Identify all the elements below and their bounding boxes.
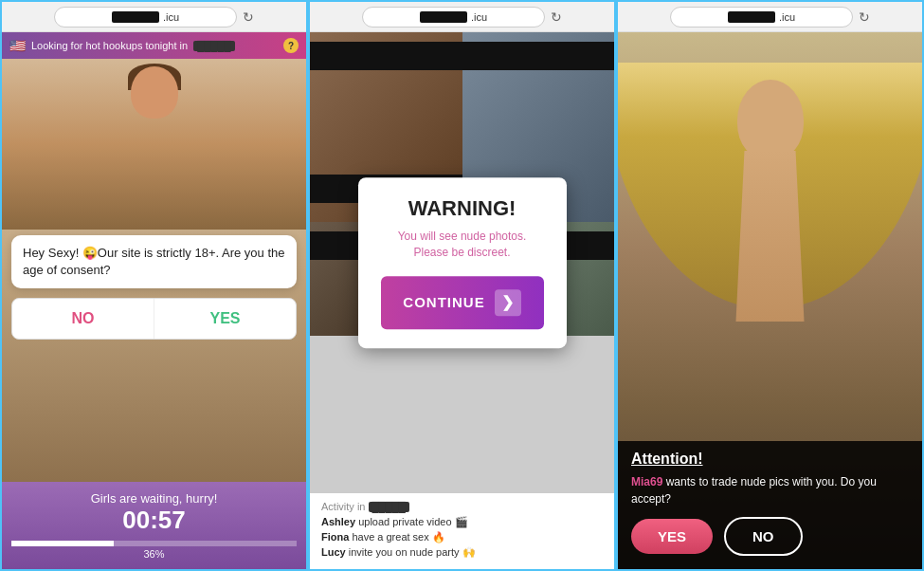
url-redacted-2 bbox=[420, 11, 467, 23]
yes-no-container: NO YES bbox=[11, 298, 297, 340]
warning-subtitle: You will see nude photos. Please be disc… bbox=[381, 229, 544, 261]
panel1-background: 🇺🇸 Looking for hot hookups tonight in ██… bbox=[2, 32, 306, 569]
activity-title: Activity in █████ bbox=[321, 501, 603, 512]
panel2-content: WARNING! You will see nude photos. Pleas… bbox=[310, 32, 614, 493]
refresh-button-3[interactable]: ↻ bbox=[859, 9, 870, 25]
url-suffix-2: .icu bbox=[471, 11, 487, 23]
warning-overlay: WARNING! You will see nude photos. Pleas… bbox=[358, 177, 567, 348]
person-head bbox=[131, 66, 178, 119]
attention-yes-button[interactable]: YES bbox=[631, 519, 713, 554]
attention-text: Mia69 wants to trade nude pics with you.… bbox=[631, 473, 909, 507]
person-silhouette bbox=[2, 59, 306, 230]
question-mark: ? bbox=[283, 38, 299, 53]
progress-bar-container bbox=[11, 541, 297, 546]
activity-action-1: upload private video 🎬 bbox=[358, 516, 468, 527]
flag-icon: 🇺🇸 bbox=[9, 38, 26, 53]
url-bar-1: .icu bbox=[54, 7, 237, 28]
attention-buttons: YES NO bbox=[631, 517, 909, 556]
attention-popup: Attention! Mia69 wants to trade nude pic… bbox=[618, 441, 922, 569]
url-bar-2: .icu bbox=[362, 7, 545, 28]
progress-label: 36% bbox=[11, 548, 297, 560]
panel3-content: Attention! Mia69 wants to trade nude pic… bbox=[618, 32, 922, 569]
continue-arrow-icon: ❯ bbox=[495, 289, 521, 316]
url-suffix-1: .icu bbox=[163, 11, 179, 23]
activity-action-2: have a great sex 🔥 bbox=[352, 531, 444, 543]
banner-text: Looking for hot hookups tonight in bbox=[31, 40, 188, 51]
activity-name-1: Ashley bbox=[321, 516, 355, 527]
panel1-footer: Girls are waiting, hurry! 00:57 36% bbox=[2, 482, 306, 569]
refresh-button-1[interactable]: ↻ bbox=[243, 9, 254, 25]
yes-button[interactable]: YES bbox=[154, 299, 296, 339]
attention-message: wants to trade nude pics with you. Do yo… bbox=[631, 475, 877, 506]
activity-item-3: Lucy invite you on nude party 🙌 bbox=[321, 546, 603, 559]
continue-button[interactable]: CONTINUE ❯ bbox=[381, 276, 544, 329]
continue-label: CONTINUE bbox=[403, 294, 484, 310]
url-redacted-3 bbox=[728, 11, 775, 23]
speech-bubble: Hey Sexy! 😜Our site is strictly 18+. Are… bbox=[11, 235, 297, 288]
activity-action-3: invite you on nude party 🙌 bbox=[349, 546, 476, 558]
warning-title: WARNING! bbox=[381, 196, 544, 221]
panel-age-verification: .icu ↻ 🇺🇸 Looking for hot hookups tonigh… bbox=[0, 0, 308, 571]
panel-warning: .icu ↻ WARNING! You will see nude photos… bbox=[308, 0, 616, 571]
attention-username: Mia69 bbox=[631, 475, 662, 488]
top-banner: 🇺🇸 Looking for hot hookups tonight in ██… bbox=[2, 32, 306, 59]
url-suffix-3: .icu bbox=[779, 11, 795, 23]
speech-text: Hey Sexy! 😜Our site is strictly 18+. Are… bbox=[23, 246, 284, 277]
censored-face-2 bbox=[462, 42, 615, 70]
girls-waiting-text: Girls are waiting, hurry! bbox=[11, 491, 297, 506]
activity-item-1: Ashley upload private video 🎬 bbox=[321, 516, 603, 528]
attention-title: Attention! bbox=[631, 451, 909, 468]
browser-bar-3: .icu ↻ bbox=[618, 2, 922, 32]
panel-attention: .icu ↻ Attention! Mia69 wants to trade n… bbox=[616, 0, 924, 571]
browser-bar-2: .icu ↻ bbox=[310, 2, 614, 32]
no-button[interactable]: NO bbox=[12, 299, 154, 339]
activity-item-2: Fiona have a great sex 🔥 bbox=[321, 531, 603, 543]
banner-redacted: █████ bbox=[193, 41, 234, 51]
activity-section: Activity in █████ Ashley upload private … bbox=[310, 493, 614, 569]
refresh-button-2[interactable]: ↻ bbox=[551, 9, 562, 25]
attention-no-button[interactable]: NO bbox=[724, 517, 803, 556]
activity-name-2: Fiona bbox=[321, 531, 349, 543]
face-shape bbox=[737, 80, 804, 160]
url-redacted-1 bbox=[112, 11, 159, 23]
censored-face-1 bbox=[310, 42, 462, 70]
progress-bar-fill bbox=[11, 541, 114, 546]
activity-title-redacted: █████ bbox=[369, 502, 409, 512]
browser-bar-1: .icu ↻ bbox=[2, 2, 306, 32]
url-bar-3: .icu bbox=[670, 7, 853, 28]
activity-name-3: Lucy bbox=[321, 546, 346, 558]
countdown-timer: 00:57 bbox=[11, 506, 297, 535]
